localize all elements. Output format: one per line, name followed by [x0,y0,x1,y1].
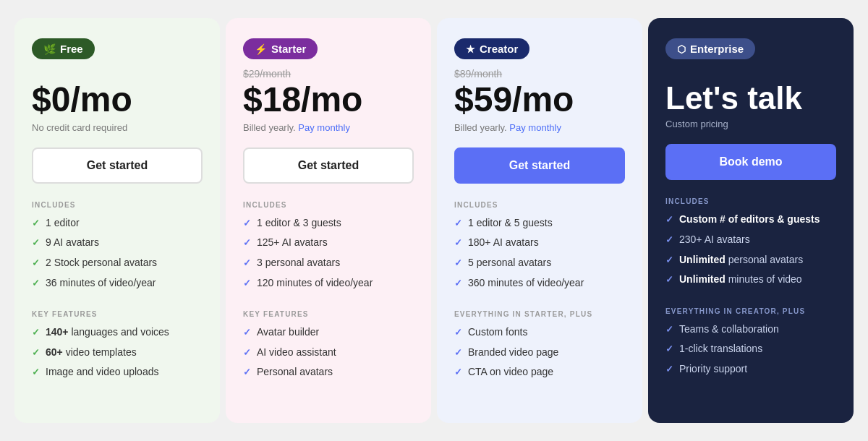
starter-badge: ⚡ Starter [243,38,318,59]
check-icon: ✓ [665,323,673,336]
creator-includes-list: ✓1 editor & 5 guests ✓180+ AI avatars ✓5… [454,216,625,296]
check-icon: ✓ [243,366,251,379]
creator-original-price: $89/month [454,68,625,80]
list-item: ✓Avatar builder [243,325,414,340]
list-item: ✓ Unlimited personal avatars [665,253,836,267]
enterprise-cta-button[interactable]: Book demo [665,144,836,180]
starter-includes-label: INCLUDES [243,201,414,209]
list-item: ✓125+ AI avatars [243,236,414,250]
check-icon: ✓ [454,326,462,339]
check-icon: ✓ [32,257,40,270]
starter-cta-button[interactable]: Get started [243,147,414,184]
list-item: ✓1 editor & 3 guests [243,216,414,231]
check-icon: ✓ [454,257,462,270]
check-icon: ✓ [665,254,673,267]
starter-badge-label: Starter [271,43,306,55]
list-item: ✓36 minutes of video/year [32,276,203,291]
free-current-price: $0/mo [32,81,203,119]
free-badge: 🌿 Free [32,38,95,59]
check-icon: ✓ [243,257,251,270]
check-icon: ✓ [454,366,462,379]
list-item: ✓3 personal avatars [243,256,414,270]
check-icon: ✓ [32,277,40,290]
starter-badge-icon: ⚡ [255,43,267,55]
list-item: ✓1 editor & 5 guests [454,216,625,231]
starter-key-features-label: KEY FEATURES [243,310,414,318]
free-includes-list: ✓1 editor ✓9 AI avatars ✓2 Stock persona… [32,216,203,296]
list-item: ✓Branded video page [454,346,625,360]
pricing-container: 🌿 Free $0/mo No credit card required Get… [14,18,854,423]
creator-current-price: $59/mo [454,81,625,119]
free-key-features-label: KEY FEATURES [32,310,203,318]
enterprise-badge-icon: ⬡ [677,43,686,55]
enterprise-key-features-list: ✓Teams & collaboration ✓1-click translat… [665,322,836,382]
check-icon: ✓ [32,346,40,359]
list-item: ✓ Custom # of editors & guests [665,213,836,227]
check-icon: ✓ [454,346,462,359]
check-icon: ✓ [243,346,251,359]
starter-current-price: $18/mo [243,81,414,119]
starter-original-price: $29/month [243,68,414,80]
free-includes-label: INCLUDES [32,201,203,209]
list-item: ✓2 Stock personal avatars [32,256,203,270]
enterprise-includes-list: ✓ Custom # of editors & guests ✓ 230+ AI… [665,213,836,292]
enterprise-badge: ⬡ Enterprise [665,38,755,59]
creator-pay-monthly[interactable]: Pay monthly [509,122,561,133]
free-badge-label: Free [60,43,83,55]
check-icon: ✓ [454,277,462,290]
list-item: ✓Image and video uploads [32,365,203,380]
plan-card-free: 🌿 Free $0/mo No credit card required Get… [14,18,220,423]
check-icon: ✓ [243,217,251,230]
creator-badge: ★ Creator [454,38,529,59]
list-item: ✓5 personal avatars [454,256,625,270]
check-icon: ✓ [32,326,40,339]
free-price-note: No credit card required [32,122,203,133]
plan-card-creator: ★ Creator $89/month $59/mo Billed yearly… [437,18,642,423]
check-icon: ✓ [243,236,251,249]
check-icon: ✓ [32,236,40,249]
list-item: ✓140+ languages and voices [32,325,203,340]
list-item: ✓CTA on video page [454,365,625,380]
list-item: ✓1 editor [32,216,203,231]
free-key-features-list: ✓140+ languages and voices ✓60+ video te… [32,325,203,385]
creator-badge-label: Creator [480,43,518,55]
check-icon: ✓ [454,236,462,249]
plan-card-enterprise: ⬡ Enterprise Let's talk Custom pricing B… [648,18,854,423]
starter-price-note: Billed yearly. Pay monthly [243,122,414,133]
starter-pay-monthly[interactable]: Pay monthly [298,122,350,133]
list-item: ✓Teams & collaboration [665,322,836,337]
list-item: ✓Personal avatars [243,365,414,380]
enterprise-price-note: Custom pricing [665,119,836,129]
check-icon: ✓ [665,273,673,286]
creator-price-note: Billed yearly. Pay monthly [454,122,625,133]
check-icon: ✓ [454,217,462,230]
check-icon: ✓ [665,213,673,226]
list-item: ✓360 minutes of video/year [454,276,625,291]
list-item: ✓180+ AI avatars [454,236,625,250]
list-item: ✓Custom fonts [454,325,625,340]
check-icon: ✓ [243,277,251,290]
starter-includes-list: ✓1 editor & 3 guests ✓125+ AI avatars ✓3… [243,216,414,296]
free-badge-icon: 🌿 [43,43,56,55]
list-item: ✓AI video assistant [243,346,414,360]
enterprise-key-features-label: EVERYTHING IN CREATOR, PLUS [665,307,836,315]
list-item: ✓1-click translations [665,342,836,356]
creator-key-features-label: EVERYTHING IN STARTER, PLUS [454,310,625,318]
enterprise-includes-label: INCLUDES [665,197,836,205]
free-cta-button[interactable]: Get started [32,147,203,184]
list-item: ✓60+ video templates [32,346,203,360]
creator-cta-button[interactable]: Get started [454,147,625,184]
check-icon: ✓ [243,326,251,339]
list-item: ✓ Unlimited minutes of video [665,273,836,287]
creator-key-features-list: ✓Custom fonts ✓Branded video page ✓CTA o… [454,325,625,385]
check-icon: ✓ [665,363,673,376]
plan-card-starter: ⚡ Starter $29/month $18/mo Billed yearly… [226,18,431,423]
enterprise-badge-label: Enterprise [690,43,744,55]
list-item: ✓Priority support [665,362,836,377]
check-icon: ✓ [665,234,673,247]
check-icon: ✓ [665,343,673,356]
creator-badge-icon: ★ [466,43,475,55]
check-icon: ✓ [32,366,40,379]
list-item: ✓9 AI avatars [32,236,203,250]
list-item: ✓ 230+ AI avatars [665,233,836,247]
